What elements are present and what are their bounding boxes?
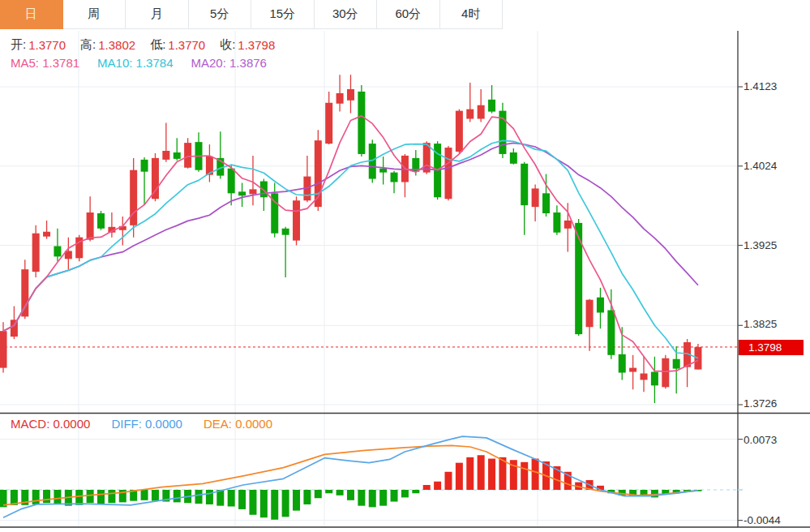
macd-value: MACD: 0.0000 [11,417,90,431]
high-label: 高: [80,37,96,53]
low-label: 低: [150,37,165,53]
tab-4hour[interactable]: 4时 [440,0,504,29]
close-value: 1.3798 [238,38,275,52]
tab-day[interactable]: 日 [0,0,63,29]
high-value: 1.3802 [98,38,135,52]
ma-readout: MA5: 1.3781 MA10: 1.3784 MA20: 1.3876 [11,56,267,70]
close-label: 收: [220,37,235,53]
ma10-readout: MA10: 1.3784 [97,56,173,70]
last-price-tag: 1.3798 [739,340,804,355]
open-label: 开: [11,37,26,53]
open-value: 1.3770 [28,38,66,52]
macd-axis-tick-2: -0.0044 [744,514,807,527]
diff-value: DIFF: 0.0000 [111,417,182,431]
ma5-readout: MA5: 1.3781 [11,56,79,70]
price-axis-tick-4: 1.3825 [744,318,807,331]
price-axis-tick-5: 1.3726 [744,397,807,410]
price-axis-tick-2: 1.4024 [744,160,807,173]
tab-30min[interactable]: 30分 [315,0,378,29]
macd-readout: MACD: 0.0000 DIFF: 0.0000 DEA: 0.0000 [11,417,272,431]
timeframe-tabbar: 日 周 月 5分 15分 30分 60分 4时 [0,0,810,29]
tab-week[interactable]: 周 [63,0,126,29]
tab-month[interactable]: 月 [126,0,189,29]
tab-60min[interactable]: 60分 [377,0,440,29]
low-value: 1.3770 [168,38,205,52]
price-axis-tick-1: 1.4123 [744,80,807,93]
tab-5min[interactable]: 5分 [189,0,252,29]
price-axis-tick-3: 1.3925 [744,239,807,252]
ohlc-readout: 开:1.3770 高:1.3802 低:1.3770 收:1.3798 [11,37,289,53]
trading-chart-screen: 日 周 月 5分 15分 30分 60分 4时 开:1.3770 高:1.380… [0,0,810,532]
tab-15min[interactable]: 15分 [251,0,315,29]
ma20-readout: MA20: 1.3876 [191,56,267,70]
price-and-macd-chart-canvas[interactable] [0,0,810,532]
macd-axis-tick-1: 0.0073 [744,434,807,447]
dea-value: DEA: 0.0000 [204,417,272,431]
